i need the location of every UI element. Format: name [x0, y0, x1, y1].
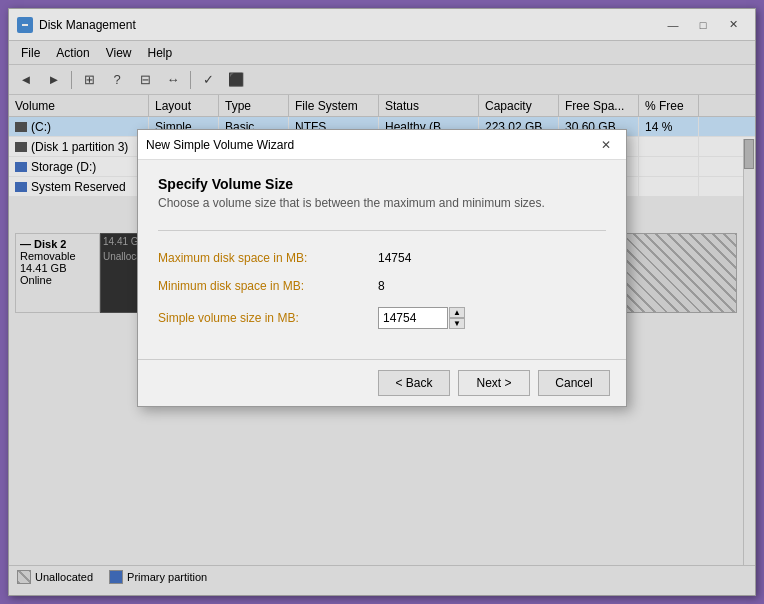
volume-size-input[interactable]: [378, 307, 448, 329]
field-label-size: Simple volume size in MB:: [158, 311, 378, 325]
dialog-overlay: New Simple Volume Wizard ✕ Specify Volum…: [9, 9, 755, 595]
field-input-wrap: ▲ ▼: [378, 307, 465, 329]
field-value-max: 14754: [378, 251, 411, 265]
spin-up-button[interactable]: ▲: [449, 307, 465, 318]
back-button[interactable]: < Back: [378, 370, 450, 396]
dialog-title: New Simple Volume Wizard: [146, 138, 594, 152]
field-label-max: Maximum disk space in MB:: [158, 251, 378, 265]
field-row-min: Minimum disk space in MB: 8: [158, 279, 606, 293]
field-row-size: Simple volume size in MB: ▲ ▼: [158, 307, 606, 329]
dialog-body: Specify Volume Size Choose a volume size…: [138, 160, 626, 359]
dialog-title-bar: New Simple Volume Wizard ✕: [138, 130, 626, 160]
spin-buttons: ▲ ▼: [449, 307, 465, 329]
field-value-min: 8: [378, 279, 385, 293]
field-row-max: Maximum disk space in MB: 14754: [158, 251, 606, 265]
main-window: Disk Management — □ ✕ File Action View H…: [8, 8, 756, 596]
cancel-button[interactable]: Cancel: [538, 370, 610, 396]
dialog-subtext: Choose a volume size that is between the…: [158, 196, 606, 210]
dialog-close-button[interactable]: ✕: [594, 134, 618, 156]
dialog-footer: < Back Next > Cancel: [138, 359, 626, 406]
next-button[interactable]: Next >: [458, 370, 530, 396]
dialog: New Simple Volume Wizard ✕ Specify Volum…: [137, 129, 627, 407]
dialog-divider: [158, 230, 606, 231]
dialog-heading: Specify Volume Size: [158, 176, 606, 192]
spin-down-button[interactable]: ▼: [449, 318, 465, 329]
field-label-min: Minimum disk space in MB:: [158, 279, 378, 293]
